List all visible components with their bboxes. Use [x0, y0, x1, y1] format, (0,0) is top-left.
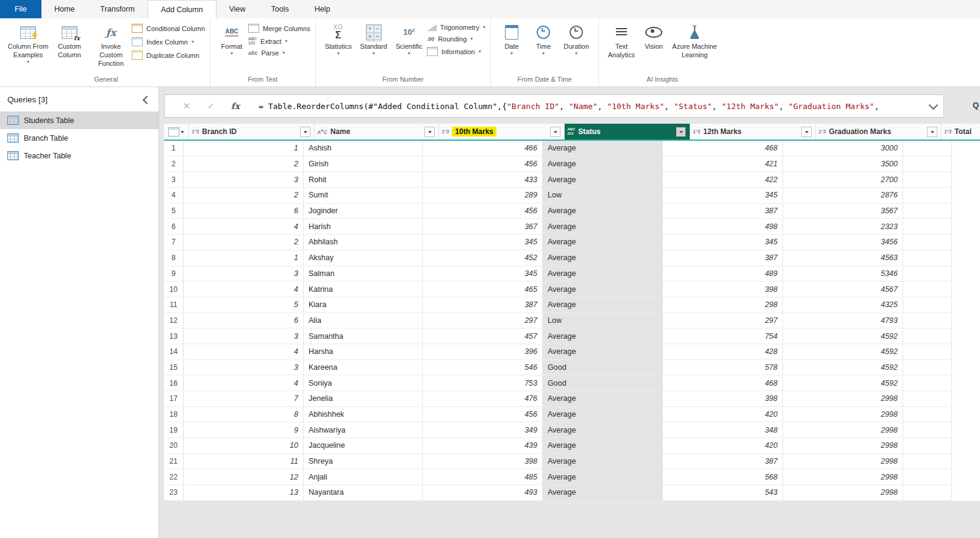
cell-12th-marks[interactable]: 568: [663, 469, 783, 485]
cell-10th-marks[interactable]: 466: [423, 141, 543, 157]
cell-graduation-marks[interactable]: 4592: [783, 328, 903, 344]
column-header-status[interactable]: ABC123Status: [565, 124, 690, 140]
standard-button[interactable]: +−×÷ Standard ▾: [356, 19, 392, 74]
row-number[interactable]: 12: [164, 313, 184, 329]
cell-branch-id[interactable]: 4: [184, 344, 304, 360]
cell-10th-marks[interactable]: 493: [423, 485, 543, 501]
cell-status[interactable]: Average: [543, 485, 663, 501]
cell-graduation-marks[interactable]: 3567: [783, 204, 903, 219]
row-number[interactable]: 1: [164, 141, 184, 157]
cell-branch-id[interactable]: 12: [184, 469, 304, 485]
cell-total[interactable]: [903, 344, 952, 360]
cell-10th-marks[interactable]: 465: [423, 281, 543, 297]
information-button[interactable]: Information ▾: [427, 47, 485, 56]
cell-total[interactable]: [903, 219, 952, 235]
cell-12th-marks[interactable]: 387: [663, 204, 783, 219]
cell-status[interactable]: Average: [543, 469, 663, 485]
column-header-name[interactable]: ABCName: [315, 124, 439, 140]
cell-name[interactable]: Aishwariya: [304, 422, 423, 438]
row-number[interactable]: 17: [164, 391, 184, 407]
duplicate-column-button[interactable]: Duplicate Column: [132, 51, 205, 60]
cell-status[interactable]: Average: [543, 438, 663, 454]
cell-name[interactable]: Kareena: [304, 360, 423, 376]
cell-status[interactable]: Average: [543, 328, 663, 344]
merge-columns-button[interactable]: Merge Columns: [248, 24, 310, 33]
column-type-icon[interactable]: 1²3: [944, 129, 951, 135]
cell-name[interactable]: Rohit: [304, 172, 423, 188]
cell-graduation-marks[interactable]: 3456: [783, 235, 903, 250]
cell-status[interactable]: Low: [543, 313, 663, 329]
cell-graduation-marks[interactable]: 2998: [783, 391, 903, 407]
cell-total[interactable]: [903, 360, 952, 376]
cell-graduation-marks[interactable]: 5346: [783, 266, 903, 282]
cell-total[interactable]: [903, 235, 952, 250]
cell-name[interactable]: Harish: [304, 219, 423, 235]
cell-branch-id[interactable]: 5: [184, 297, 304, 313]
column-from-examples-button[interactable]: Column From Examples ▾: [7, 19, 49, 74]
cell-12th-marks[interactable]: 421: [663, 157, 783, 172]
cell-12th-marks[interactable]: 387: [663, 250, 783, 266]
cell-branch-id[interactable]: 2: [184, 157, 304, 172]
menu-tab-help[interactable]: Help: [302, 0, 343, 18]
cell-name[interactable]: Soniya: [304, 375, 423, 391]
cell-graduation-marks[interactable]: 2323: [783, 219, 903, 235]
column-filter-dropdown[interactable]: [801, 127, 812, 137]
cell-name[interactable]: Alia: [304, 313, 423, 329]
cancel-formula-icon[interactable]: ✕: [174, 101, 199, 111]
cell-12th-marks[interactable]: 398: [663, 391, 783, 407]
cell-graduation-marks[interactable]: 4563: [783, 250, 903, 266]
cell-graduation-marks[interactable]: 2876: [783, 188, 903, 204]
formula-bar[interactable]: ✕ ✓ fx = Table.ReorderColumns(#"Added Co…: [164, 94, 944, 118]
cell-branch-id[interactable]: 10: [184, 438, 304, 454]
cell-branch-id[interactable]: 1: [184, 250, 304, 266]
cell-10th-marks[interactable]: 297: [423, 313, 543, 329]
cell-name[interactable]: Girish: [304, 157, 423, 172]
cell-12th-marks[interactable]: 422: [663, 172, 783, 188]
cell-total[interactable]: [903, 157, 952, 172]
cell-status[interactable]: Average: [543, 266, 663, 282]
cell-total[interactable]: [903, 281, 952, 297]
row-number[interactable]: 9: [164, 266, 184, 282]
cell-10th-marks[interactable]: 753: [423, 375, 543, 391]
cell-total[interactable]: [903, 188, 952, 204]
cell-total[interactable]: [903, 469, 952, 485]
cell-10th-marks[interactable]: 546: [423, 360, 543, 376]
cell-12th-marks[interactable]: 578: [663, 360, 783, 376]
cell-graduation-marks[interactable]: 2998: [783, 407, 903, 423]
row-number[interactable]: 8: [164, 250, 184, 266]
cell-branch-id[interactable]: 9: [184, 422, 304, 438]
column-type-icon[interactable]: 1²3: [693, 129, 700, 135]
menu-tab-transform[interactable]: Transform: [87, 0, 148, 18]
cell-10th-marks[interactable]: 456: [423, 204, 543, 219]
cell-12th-marks[interactable]: 498: [663, 219, 783, 235]
query-item-teacher-table[interactable]: Teacher Table: [0, 147, 159, 165]
extract-button[interactable]: ABC123 Extract ▾: [248, 37, 310, 45]
cell-status[interactable]: Average: [543, 157, 663, 172]
cell-total[interactable]: [903, 250, 952, 266]
cell-name[interactable]: Anjali: [304, 469, 423, 485]
cell-12th-marks[interactable]: 345: [663, 188, 783, 204]
cell-graduation-marks[interactable]: 2998: [783, 454, 903, 470]
cell-12th-marks[interactable]: 468: [663, 141, 783, 157]
cell-10th-marks[interactable]: 452: [423, 250, 543, 266]
cell-status[interactable]: Average: [543, 297, 663, 313]
cell-total[interactable]: [903, 328, 952, 344]
column-type-icon[interactable]: 1²3: [818, 129, 826, 135]
cell-12th-marks[interactable]: 387: [663, 454, 783, 470]
scientific-button[interactable]: 102 Scientific ▾: [392, 19, 427, 74]
trigonometry-button[interactable]: Trigonometry ▾: [427, 24, 485, 31]
cell-total[interactable]: [903, 172, 952, 188]
cell-total[interactable]: [903, 297, 952, 313]
cell-total[interactable]: [903, 141, 952, 157]
cell-10th-marks[interactable]: 398: [423, 454, 543, 470]
cell-name[interactable]: Nayantara: [304, 485, 423, 501]
cell-status[interactable]: Good: [543, 360, 663, 376]
cell-graduation-marks[interactable]: 4325: [783, 297, 903, 313]
cell-12th-marks[interactable]: 468: [663, 375, 783, 391]
cell-branch-id[interactable]: 11: [184, 454, 304, 470]
time-button[interactable]: Time ▾: [528, 19, 559, 74]
cell-10th-marks[interactable]: 433: [423, 172, 543, 188]
column-type-icon[interactable]: ABC123: [567, 127, 575, 135]
file-menu-button[interactable]: File: [0, 0, 41, 18]
cell-12th-marks[interactable]: 420: [663, 438, 783, 454]
